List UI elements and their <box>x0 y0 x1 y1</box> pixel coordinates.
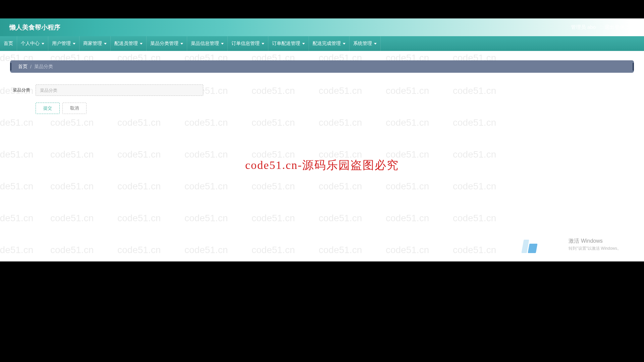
watermark-text: code51.cn <box>50 181 94 192</box>
watermark-text: code51.cn <box>0 181 33 192</box>
watermark-text: code51.cn <box>0 245 33 255</box>
app-header: 懒人美食帮小程序 管理员 abo 退出登录 <box>0 18 644 36</box>
logout-link[interactable]: 退出登录 <box>604 24 625 31</box>
watermark-text: code51.cn <box>252 181 295 192</box>
watermark-text: code51.cn <box>184 181 228 192</box>
breadcrumb-separator: / <box>30 64 32 69</box>
chevron-down-icon <box>374 43 377 45</box>
chevron-down-icon <box>221 43 224 45</box>
watermark-text: code51.cn <box>386 213 429 224</box>
nav-item-label: 菜品信息管理 <box>191 41 219 47</box>
chevron-down-icon <box>343 43 345 45</box>
app-viewport: code51.cncode51.cncode51.cncode51.cncode… <box>0 18 644 261</box>
watermark-text: code51.cn <box>117 181 161 192</box>
chevron-down-icon <box>42 43 44 45</box>
breadcrumb: 首页 / 菜品分类 <box>10 60 634 73</box>
nav-item-label: 商家管理 <box>83 41 102 47</box>
form-row-category: 菜品分类 <box>13 84 634 96</box>
nav-item-label: 个人中心 <box>21 41 40 47</box>
breadcrumb-home[interactable]: 首页 <box>18 64 28 70</box>
form-button-row: 提交 取消 <box>36 103 634 114</box>
watermark-text: code51.cn <box>453 213 496 224</box>
watermark-text: code51.cn <box>319 245 362 255</box>
watermark-text: code51.cn <box>117 213 161 224</box>
watermark-text: code51.cn <box>252 245 295 255</box>
watermark-text: code51.cn <box>453 245 496 255</box>
watermark-text: code51.cn <box>0 149 33 160</box>
nav-item-8[interactable]: 订单配送管理 <box>268 36 309 51</box>
watermark-text: code51.cn <box>50 213 94 224</box>
chevron-down-icon <box>262 43 264 45</box>
center-watermark-text: code51.cn-源码乐园盗图必究 <box>245 158 399 173</box>
app-title: 懒人美食帮小程序 <box>9 23 60 32</box>
footer-logo-icon <box>523 240 537 253</box>
watermark-text: code51.cn <box>252 213 295 224</box>
nav-item-label: 配送员管理 <box>114 41 138 47</box>
nav-item-10[interactable]: 系统管理 <box>350 36 381 51</box>
header-right: 管理员 abo 退出登录 <box>571 24 635 31</box>
category-input[interactable] <box>36 84 203 96</box>
watermark-text: code51.cn <box>453 149 496 160</box>
breadcrumb-current: 菜品分类 <box>34 64 53 70</box>
cancel-button[interactable]: 取消 <box>62 103 87 114</box>
watermark-text: code51.cn <box>184 213 228 224</box>
nav-item-0[interactable]: 首页 <box>0 36 17 51</box>
category-field-label: 菜品分类 <box>13 87 32 93</box>
nav-item-label: 配送完成管理 <box>313 41 341 47</box>
nav-item-label: 用户管理 <box>52 41 71 47</box>
chevron-down-icon <box>73 43 75 45</box>
nav-item-label: 订单配送管理 <box>272 41 300 47</box>
content-area: 首页 / 菜品分类 菜品分类 提交 取消 <box>0 51 644 123</box>
watermark-text: code51.cn <box>386 181 429 192</box>
activation-line2: 转到"设置"以激活 Windows。 <box>569 246 621 251</box>
nav-item-6[interactable]: 菜品信息管理 <box>187 36 228 51</box>
watermark-text: code51.cn <box>0 213 33 224</box>
watermark-text: code51.cn <box>319 181 362 192</box>
nav-item-label: 首页 <box>4 41 13 47</box>
nav-item-label: 系统管理 <box>353 41 372 47</box>
nav-item-5[interactable]: 菜品分类管理 <box>147 36 187 51</box>
watermark-text: code51.cn <box>50 149 94 160</box>
nav-item-label: 菜品分类管理 <box>150 41 178 47</box>
admin-label[interactable]: 管理员 abo <box>571 24 596 31</box>
watermark-text: code51.cn <box>117 149 161 160</box>
nav-item-7[interactable]: 订单信息管理 <box>228 36 268 51</box>
nav-item-4[interactable]: 配送员管理 <box>111 36 147 51</box>
windows-activation-notice: 激活 Windows 转到"设置"以激活 Windows。 <box>569 238 621 251</box>
activation-line1: 激活 Windows <box>569 238 621 245</box>
submit-button[interactable]: 提交 <box>36 103 60 114</box>
watermark-text: code51.cn <box>386 245 429 255</box>
nav-item-3[interactable]: 商家管理 <box>79 36 111 51</box>
chevron-down-icon <box>104 43 107 45</box>
watermark-text: code51.cn <box>50 245 94 255</box>
watermark-text: code51.cn <box>117 245 161 255</box>
watermark-text: code51.cn <box>184 245 228 255</box>
nav-item-1[interactable]: 个人中心 <box>17 36 48 51</box>
chevron-down-icon <box>180 43 183 45</box>
nav-item-label: 订单信息管理 <box>231 41 260 47</box>
nav-item-2[interactable]: 用户管理 <box>48 36 79 51</box>
nav-item-9[interactable]: 配送完成管理 <box>309 36 350 51</box>
watermark-text: code51.cn <box>453 181 496 192</box>
chevron-down-icon <box>302 43 305 45</box>
category-form: 菜品分类 提交 取消 <box>10 84 634 114</box>
main-navbar: 首页个人中心用户管理商家管理配送员管理菜品分类管理菜品信息管理订单信息管理订单配… <box>0 36 644 51</box>
watermark-text: code51.cn <box>319 213 362 224</box>
chevron-down-icon <box>140 43 143 45</box>
watermark-text: code51.cn <box>184 149 228 160</box>
